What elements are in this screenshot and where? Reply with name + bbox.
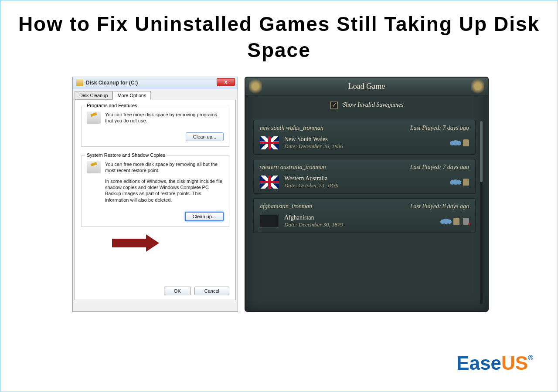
disk-cleanup-titlebar[interactable]: Disk Cleanup for (C:) X (73, 77, 238, 89)
programs-icon (87, 112, 101, 124)
game-load-panel: Load Game Show Invalid Savegames new sou… (245, 77, 489, 312)
save-filename: new south wales_ironman (260, 125, 323, 132)
group-programs-features: Programs and Features You can free more … (81, 106, 229, 147)
page-title: How to Fix Uninstalled Games Still Takin… (0, 0, 558, 68)
tab-disk-cleanup[interactable]: Disk Cleanup (75, 91, 112, 100)
disk-cleanup-body: Programs and Features You can free more … (75, 100, 236, 300)
show-invalid-label: Show Invalid Savegames (343, 101, 403, 108)
flag-icon (260, 176, 279, 189)
ok-button[interactable]: OK (164, 287, 191, 295)
save-country: New South Wales (284, 136, 343, 143)
disk-cleanup-app-icon (76, 79, 83, 86)
arrow-annotation (112, 234, 164, 252)
save-last-played: Last Played: 7 days ago (410, 125, 469, 132)
save-country: Afghanistan (284, 214, 343, 221)
easeus-logo: EaseUS® (456, 352, 533, 374)
cleanup-restore-button[interactable]: Clean up... (185, 212, 224, 221)
cancel-button[interactable]: Cancel (194, 287, 229, 295)
ironman-icon (463, 179, 469, 186)
group-restore-title: System Restore and Shadow Copies (85, 152, 167, 158)
save-filename: afghanistan_ironman (260, 203, 312, 210)
save-list: new south wales_ironman Last Played: 7 d… (245, 116, 488, 233)
save-last-played: Last Played: 8 days ago (410, 203, 469, 210)
ironman-icon (453, 218, 459, 225)
cloud-icon (452, 140, 459, 145)
save-date: Date: December 30, 1879 (284, 221, 343, 228)
save-date: Date: October 23, 1839 (284, 182, 338, 189)
show-invalid-checkbox[interactable] (330, 101, 338, 109)
close-button[interactable]: X (217, 78, 235, 86)
save-item[interactable]: new south wales_ironman Last Played: 7 d… (253, 120, 476, 155)
flag-icon (260, 215, 279, 228)
tab-strip: Disk Cleanup More Options (73, 89, 238, 100)
disk-cleanup-title-text: Disk Cleanup for (C:) (86, 80, 138, 86)
restore-text: You can free more disk space by removing… (105, 161, 224, 207)
programs-text: You can free more disk space by removing… (105, 112, 224, 128)
save-item[interactable]: western australia_ironman Last Played: 7… (253, 159, 476, 194)
disk-cleanup-window: Disk Cleanup for (C:) X Disk Cleanup Mor… (72, 77, 238, 312)
save-item[interactable]: afghanistan_ironman Last Played: 8 days … (253, 198, 476, 233)
save-country: Western Australia (284, 175, 338, 182)
save-last-played: Last Played: 7 days ago (410, 164, 469, 171)
cloud-icon (452, 179, 459, 185)
group-system-restore: System Restore and Shadow Copies You can… (81, 155, 229, 227)
tab-more-options[interactable]: More Options (112, 91, 151, 100)
save-filename: western australia_ironman (260, 164, 326, 171)
cleanup-programs-button[interactable]: Clean up... (186, 132, 224, 141)
show-invalid-row: Show Invalid Savegames (245, 95, 488, 116)
content-row: Disk Cleanup for (C:) X Disk Cleanup Mor… (0, 68, 558, 312)
achievement-disabled-icon (463, 218, 469, 225)
save-date: Date: December 26, 1836 (284, 143, 343, 150)
flag-icon (260, 136, 279, 149)
game-panel-title: Load Game (245, 78, 488, 95)
cloud-icon (442, 219, 450, 224)
ironman-icon (463, 139, 469, 146)
restore-icon (87, 161, 101, 173)
group-programs-title: Programs and Features (85, 103, 139, 108)
dialog-footer: OK Cancel (164, 287, 229, 295)
